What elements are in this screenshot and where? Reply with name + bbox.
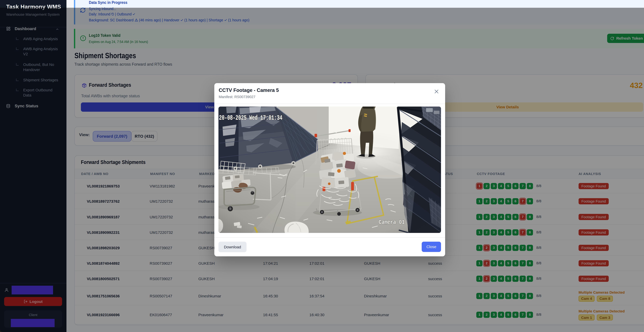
svg-text:Camera 01: Camera 01 bbox=[379, 219, 405, 226]
